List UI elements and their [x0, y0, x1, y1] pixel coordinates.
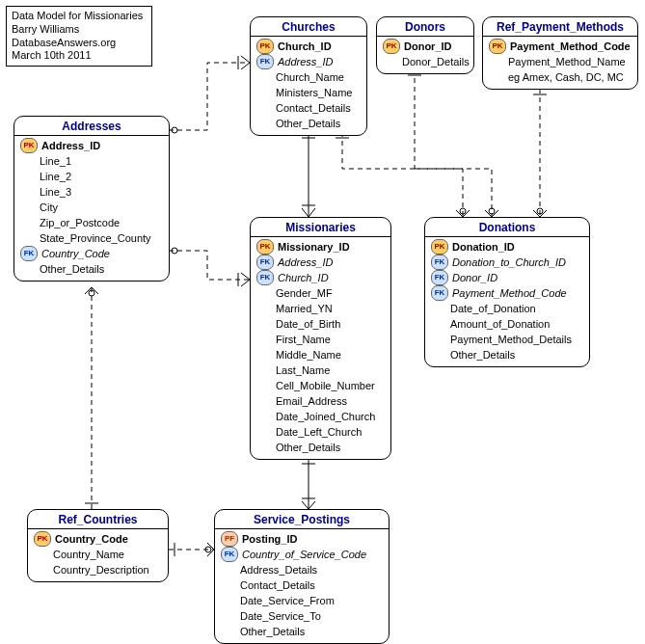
key-spacer [221, 609, 236, 623]
entity-body: PFPosting_IDFKCountry_of_Service_CodeAdd… [215, 529, 389, 643]
attribute-row: FKPayment_Method_Code [425, 285, 589, 301]
attribute-label: Line_2 [40, 169, 71, 184]
svg-line-2 [241, 56, 250, 63]
key-spacer [489, 55, 504, 68]
key-spacer [20, 154, 36, 168]
svg-point-20 [489, 208, 495, 214]
entity-title: Ref_Countries [28, 510, 168, 529]
attribute-row: Address_Details [215, 562, 389, 577]
attribute-label: Donation_to_Church_ID [452, 255, 566, 270]
attribute-label: Church_ID [278, 270, 329, 285]
attribute-row: Country_Name [28, 547, 168, 562]
attribute-label: Country_Code [55, 531, 128, 547]
entity-title: Donors [377, 17, 473, 37]
attribute-label: Date_Service_To [240, 608, 321, 624]
attribute-label: Gender_MF [276, 285, 333, 301]
svg-point-25 [537, 208, 543, 214]
attribute-row: PKDonation_ID [425, 239, 589, 255]
foreign-key-icon: FK [221, 547, 238, 562]
attribute-row: Middle_Name [251, 347, 390, 362]
attribute-row: Married_YN [251, 301, 390, 316]
key-spacer [256, 348, 272, 362]
foreign-key-icon: FK [256, 54, 274, 69]
primary-key-icon: PK [34, 531, 51, 547]
attribute-label: Line_3 [40, 184, 71, 200]
attribute-label: Other_Details [276, 116, 340, 131]
entity-addresses: Addresses PKAddress_IDLine_1Line_2Line_3… [13, 116, 170, 282]
attribute-row: PKDonor_ID [377, 39, 473, 54]
attribute-label: Email_Address [276, 393, 347, 409]
attribute-row: Other_Details [251, 440, 390, 455]
attribute-row: Contact_Details [215, 577, 389, 593]
attribute-row: City [14, 200, 169, 215]
attribute-label: Last_Name [276, 362, 330, 378]
key-spacer [256, 410, 272, 423]
attribute-row: PKPayment_Method_Code [483, 39, 637, 54]
key-spacer [20, 170, 36, 183]
svg-line-7 [241, 280, 250, 286]
attribute-label: Other_Details [240, 624, 305, 639]
key-spacer [256, 425, 272, 439]
attribute-row: Cell_Mobile_Number [251, 378, 390, 393]
entity-body: PKDonation_IDFKDonation_to_Church_IDFKDo… [425, 237, 589, 366]
attribute-row: Date_of_Donation [425, 301, 589, 316]
key-spacer [20, 185, 36, 199]
info-line: Barry Williams [12, 23, 147, 37]
svg-line-12 [309, 208, 315, 217]
attribute-row: Email_Address [251, 393, 390, 409]
attribute-label: Contact_Details [276, 100, 351, 116]
attribute-label: Payment_Method_Details [450, 332, 572, 347]
key-spacer [20, 216, 36, 229]
svg-line-40 [302, 501, 309, 509]
attribute-row: Other_Details [215, 624, 389, 639]
attribute-row: Line_1 [14, 153, 169, 169]
attribute-row: PKMissionary_ID [251, 239, 390, 255]
key-spacer [221, 625, 236, 638]
entity-ref-countries: Ref_Countries PKCountry_CodeCountry_Name… [27, 509, 169, 582]
attribute-label: Line_1 [40, 153, 71, 169]
attribute-label: Country_Name [53, 547, 124, 562]
entity-body: PKDonor_IDDonor_Details [377, 37, 473, 73]
svg-point-0 [172, 127, 177, 133]
attribute-row: FKDonation_to_Church_ID [425, 255, 589, 270]
key-spacer [256, 394, 272, 408]
key-spacer [383, 55, 398, 68]
svg-point-35 [205, 547, 211, 552]
attribute-label: Other_Details [450, 347, 515, 362]
attribute-label: Date_Left_Church [276, 424, 362, 440]
attribute-row: Last_Name [251, 362, 390, 378]
svg-point-15 [460, 208, 466, 214]
svg-line-6 [241, 273, 250, 280]
key-spacer [221, 563, 236, 577]
key-spacer [20, 231, 36, 245]
attribute-row: Other_Details [251, 116, 366, 131]
er-diagram: Data Model for Missionaries Barry Willia… [0, 0, 645, 644]
svg-line-26 [533, 210, 540, 217]
entity-churches: Churches PKChurch_IDFKAddress_IDChurch_N… [250, 16, 367, 136]
attribute-row: Amount_of_Donation [425, 316, 589, 332]
key-spacer [256, 101, 272, 115]
key-spacer [256, 70, 272, 84]
attribute-label: Amount_of_Donation [450, 316, 550, 332]
attribute-label: Date_of_Birth [276, 316, 340, 332]
key-spacer [256, 379, 272, 392]
primary-key-icon: PK [431, 239, 448, 255]
foreign-key-icon: FK [20, 246, 38, 261]
svg-line-21 [485, 210, 492, 217]
attribute-label: Cell_Mobile_Number [276, 378, 375, 393]
attribute-label: Donor_ID [404, 39, 452, 54]
primary-key-icon: PK [256, 39, 274, 54]
info-line: Data Model for Missionaries [12, 10, 147, 23]
entity-body: PKCountry_CodeCountry_NameCountry_Descri… [28, 529, 168, 581]
key-spacer [20, 262, 36, 276]
attribute-row: PFPosting_ID [215, 531, 389, 547]
attribute-label: Donor_ID [452, 270, 497, 285]
primary-key-icon: PK [256, 239, 274, 255]
entity-title: Donations [425, 218, 589, 237]
attribute-label: Payment_Method_Code [452, 285, 567, 301]
attribute-row: Other_Details [14, 261, 169, 277]
pf-key-icon: PF [221, 531, 238, 547]
svg-line-32 [92, 287, 98, 294]
attribute-row: Payment_Method_Name [483, 54, 637, 69]
attribute-row: PKChurch_ID [251, 39, 366, 54]
